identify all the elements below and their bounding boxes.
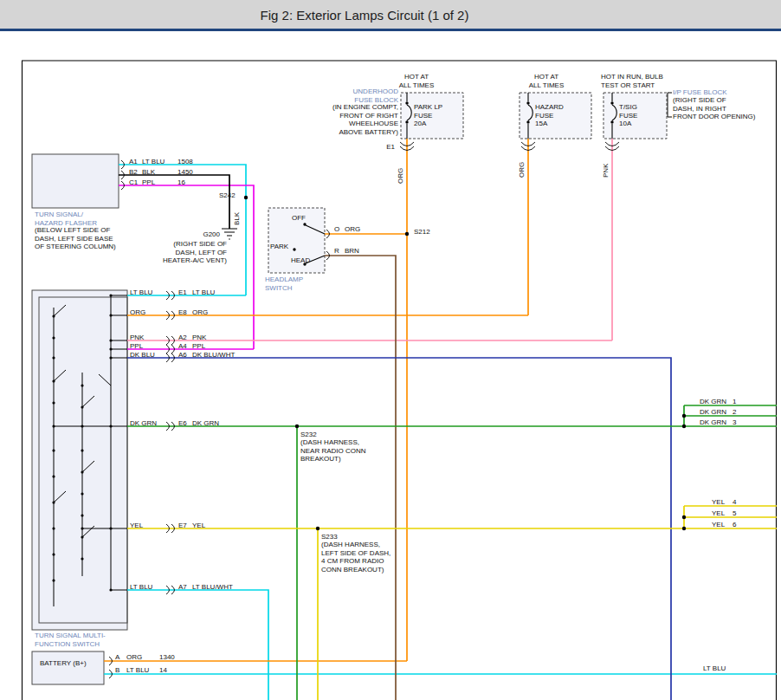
exit-wire-label-5: YEL (712, 509, 725, 518)
switch-row-3-right-label: PNK (192, 334, 206, 342)
flasher-wire-color-c1: PPL (142, 178, 155, 187)
wire-yel (127, 506, 777, 700)
switch-row-7-left-label: YEL (130, 522, 143, 530)
tsig-fuse-label: T/SIG FUSE 10A (619, 103, 637, 128)
wire-dk-grn (127, 405, 777, 700)
switch-row-7-pin-label: E7 (178, 522, 187, 530)
switch-row-2-pin-label: E8 (178, 308, 187, 317)
connector-symbols (109, 142, 619, 678)
flasher-name-label: TURN SIGNAL/ HAZARD FLASHER (35, 211, 97, 227)
ground-symbol-g200 (222, 229, 237, 239)
exit-wire-label-lt-blu: LT BLU (703, 664, 726, 673)
headlamp-position-off: OFF (292, 214, 306, 223)
exit-wire-label-4: YEL (712, 498, 725, 507)
flasher-circuit-b2: 1450 (178, 168, 193, 177)
switch-row-1-left-label: LT BLU (130, 288, 152, 297)
switch-row-5-left-label: DK BLU (130, 351, 155, 360)
wire-color-org-vertical-2: ORG (518, 162, 526, 178)
switch-row-7-right-label: YEL (192, 522, 205, 530)
headlamp-output-o-color: ORG (345, 225, 360, 234)
switch-row-8-left-label: LT BLU (130, 583, 152, 592)
wiring-diagram-page: Fig 2: Exterior Lamps Circuit (1 of 2) (0, 0, 781, 700)
power-label-hot-3: HOT IN RUN, BULB TEST OR START (601, 73, 663, 89)
switch-row-5-right-label: DK BLU/WHT (192, 351, 235, 360)
flasher-box (32, 154, 119, 208)
power-label-hot-2: HOT AT ALL TIMES (524, 73, 569, 89)
switch-row-1-pin-label: E1 (178, 288, 187, 297)
underhood-fuse-block-label: UNDERHOOD FUSE BLOCK (329, 88, 398, 104)
wire-color-org-vertical-1: ORG (397, 168, 405, 184)
battery-circuit-a: 1340 (159, 653, 175, 662)
battery-label: BATTERY (B+) (40, 659, 87, 668)
switch-row-5-pin-label: A6 (178, 351, 187, 360)
switch-row-4-pin-label: A4 (178, 342, 187, 351)
switch-row-3-pin-label: A2 (178, 334, 187, 342)
hazard-fuse-label: HAZARD FUSE 15A (535, 103, 564, 128)
ip-fuse-block-bracket (668, 93, 672, 117)
switch-row-6-left-label: DK GRN (130, 419, 157, 428)
headlamp-output-r-color: BRN (345, 247, 359, 256)
headlamp-output-r-pin: R (334, 247, 339, 256)
headlamp-position-park: PARK (270, 243, 288, 251)
switch-row-4-left-label: PPL (130, 342, 143, 351)
switch-row-6-right-label: DK GRN (192, 419, 219, 428)
headlamp-switch-name-label: HEADLAMP SWITCH (265, 275, 303, 292)
battery-wire-color-a: ORG (126, 653, 142, 662)
splice-s232-location: (DASH HARNESS, NEAR RADIO CONN BREAKOUT) (300, 438, 366, 463)
switch-row-2-left-label: ORG (130, 308, 145, 317)
switch-row-8-right-label: LT BLU/WHT (192, 583, 233, 592)
flasher-location-label: (BELOW LEFT SIDE OF DASH, LEFT SIDE BASE… (35, 226, 116, 251)
page-border (22, 61, 777, 700)
splice-s212-label: S212 (414, 228, 430, 237)
flasher-circuit-a1: 1508 (178, 158, 193, 166)
exit-wire-number-6: 6 (733, 521, 736, 529)
wire-brn (325, 256, 396, 700)
multifunction-switch-outer-box (32, 290, 127, 630)
splice-s233-location: (DASH HARNESS, LEFT SIDE OF DASH, 4 CM F… (321, 541, 390, 574)
splice-s242-label: S242 (219, 191, 236, 200)
flasher-pin-a1: A1 (129, 158, 138, 166)
headlamp-position-head: HEAD (291, 256, 310, 265)
exit-wire-label-2: DK GRN (700, 408, 726, 417)
exit-wire-label-3: DK GRN (700, 418, 726, 427)
flasher-wire-color-a1: LT BLU (142, 158, 165, 166)
exit-wire-number-3: 3 (733, 418, 736, 427)
underhood-fuse-block-location: (IN ENGINE COMPT, FRONT OF RIGHT WHEELHO… (308, 103, 398, 136)
exit-wire-label-6: YEL (712, 521, 725, 529)
exit-wire-number-5: 5 (733, 509, 736, 518)
ground-g200-label: G200 (192, 230, 220, 239)
fuse-connector-e1-label: E1 (381, 143, 395, 152)
ip-fuse-block-location: (RIGHT SIDE OF DASH, IN RIGHT FRONT DOOR… (673, 96, 755, 121)
battery-wire-color-b: LT BLU (126, 666, 149, 675)
battery-pin-b: B (115, 666, 119, 675)
switch-row-6-pin-label: E6 (178, 419, 187, 428)
headlamp-output-o-pin: O (334, 225, 339, 234)
flasher-wire-color-b2: BLK (142, 168, 155, 177)
wire-color-pnk-vertical: PNK (602, 164, 610, 178)
power-label-hot-1: HOT AT ALL TIMES (394, 73, 439, 89)
park-lp-fuse-label: PARK LP FUSE 20A (414, 103, 442, 128)
switch-row-4-right-label: PPL (192, 342, 205, 351)
battery-pin-a: A (115, 653, 119, 662)
flasher-pin-c1: C1 (129, 178, 138, 187)
battery-box (32, 651, 104, 684)
switch-row-3-left-label: PNK (130, 334, 144, 342)
exit-wire-label-1: DK GRN (700, 398, 726, 406)
exit-wire-number-1: 1 (733, 398, 736, 406)
switch-row-1-right-label: LT BLU (192, 288, 215, 297)
wire-ppl (119, 185, 254, 349)
exit-wire-number-2: 2 (733, 408, 736, 417)
flasher-pin-b2: B2 (129, 168, 138, 177)
flasher-circuit-c1: 16 (178, 178, 185, 187)
battery-circuit-b: 14 (159, 666, 167, 675)
multifunction-switch-name-label: TURN SIGNAL MULTI- FUNCTION SWITCH (35, 632, 106, 648)
component-boxes (32, 93, 672, 684)
switch-row-2-right-label: ORG (192, 308, 208, 317)
ground-g200-location: (RIGHT SIDE OF DASH, LEFT OF HEATER-A/C … (154, 240, 227, 265)
wire-color-blk-vertical: BLK (233, 212, 242, 225)
exit-wire-number-4: 4 (733, 498, 736, 507)
switch-row-8-pin-label: A7 (178, 583, 187, 592)
